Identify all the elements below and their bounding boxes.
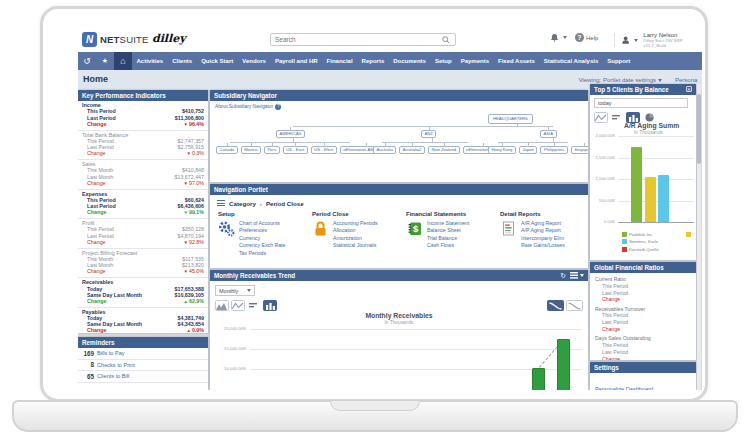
portlet-link[interactable]: Intercompany Elim bbox=[521, 235, 565, 242]
portlet-link[interactable]: A/P Aging Report bbox=[521, 227, 565, 234]
kpi-change-value[interactable]: 97.0% bbox=[184, 180, 205, 187]
portlet-link[interactable]: Cash Flows bbox=[427, 242, 469, 249]
tree-node-subsidiary[interactable]: Japan bbox=[519, 146, 537, 154]
navigation-portlet-header[interactable]: Navigation Portlet bbox=[210, 184, 588, 195]
nav-menu-item[interactable]: Activities bbox=[137, 58, 164, 64]
portlet-link[interactable]: Allocation bbox=[333, 227, 378, 234]
search-input[interactable] bbox=[270, 33, 456, 46]
kpi-change-value[interactable]: 92.8% bbox=[184, 239, 205, 246]
reminder-label[interactable]: Bills to Pay bbox=[97, 350, 125, 356]
ratios-panel-header[interactable]: Global Financial Ratios bbox=[590, 262, 696, 273]
home-tab[interactable]: ⌂ bbox=[114, 52, 132, 70]
bar-chart-icon[interactable] bbox=[263, 300, 277, 311]
tree-node-root[interactable]: HEADQUARTERS bbox=[488, 114, 533, 124]
ratio-name[interactable]: Days Sales Outstanding bbox=[595, 335, 696, 342]
top5-panel-header[interactable]: Top 5 Clients By Balance ✕ bbox=[590, 84, 696, 95]
kpi-panel-header[interactable]: Key Performance Indicators bbox=[78, 90, 208, 101]
category-menu-icon[interactable] bbox=[217, 199, 225, 208]
portlet-link[interactable]: Amortization bbox=[333, 235, 378, 242]
portlet-link[interactable]: Chart of Accounts bbox=[239, 220, 285, 227]
reminder-row[interactable]: 169 Bills to Pay bbox=[78, 348, 208, 359]
portlet-link[interactable]: A/R Aging Report bbox=[521, 220, 565, 227]
nav-menu-item[interactable]: Fixed Assets bbox=[498, 58, 535, 64]
reminder-label[interactable]: Clients to Bill bbox=[97, 373, 129, 379]
nav-menu-item[interactable]: Vendors bbox=[242, 58, 266, 64]
settings-panel-header[interactable]: Settings bbox=[590, 362, 696, 373]
nav-menu-item[interactable]: Support bbox=[607, 58, 630, 64]
help-button[interactable]: ? Help bbox=[575, 33, 598, 42]
nav-menu-item[interactable]: Setup bbox=[435, 58, 452, 64]
breadcrumb-category[interactable]: Category bbox=[229, 200, 256, 207]
trend-lines-icon[interactable] bbox=[610, 112, 624, 123]
trend-curve-icon[interactable] bbox=[566, 300, 583, 311]
user-menu[interactable]: Larry Nelson Dilley Svcs DW SRP v15.2_Bu… bbox=[614, 33, 702, 47]
nav-menu-item[interactable]: Quick Start bbox=[201, 58, 233, 64]
tree-node-subsidiary[interactable]: Canada bbox=[216, 146, 238, 154]
personalize-dashboard-link[interactable]: Personalize Dashboard bbox=[595, 386, 653, 390]
portlet-link[interactable]: Balance Sheet bbox=[427, 227, 469, 234]
tree-node-subsidiary[interactable]: Hong Kong bbox=[488, 146, 516, 154]
vertical-scrollbar[interactable] bbox=[697, 84, 701, 390]
tree-node-subsidiary[interactable]: Peru bbox=[264, 146, 280, 154]
refresh-icon[interactable]: ↻ bbox=[560, 272, 566, 279]
reminders-panel-header[interactable]: Reminders bbox=[78, 337, 208, 348]
portlet-date-settings-dropdown[interactable]: Viewing: Portlet date settings bbox=[579, 77, 662, 83]
receivables-bar[interactable] bbox=[557, 339, 570, 390]
kpi-change-value[interactable]: 99.1% bbox=[184, 209, 205, 216]
portlet-link[interactable]: Accounting Periods bbox=[333, 220, 378, 227]
kpi-change-value[interactable]: 62.9% bbox=[184, 298, 205, 305]
tree-node-subsidiary[interactable]: New Zealand bbox=[428, 146, 460, 154]
tree-node-subsidiary[interactable]: Mexico bbox=[241, 146, 261, 154]
tree-node-subsidiary[interactable]: Australia2 bbox=[399, 146, 425, 154]
netsuite-logo[interactable]: N NETNETSUITESUITE bbox=[82, 32, 149, 47]
close-icon[interactable]: ✕ bbox=[686, 86, 692, 92]
aging-bar[interactable] bbox=[631, 147, 642, 222]
reminder-label[interactable]: Checks to Print bbox=[97, 362, 135, 368]
ratio-name[interactable]: Current Ratio bbox=[595, 276, 696, 283]
tree-node-region[interactable]: AMERICAS bbox=[276, 130, 305, 138]
tree-node-subsidiary[interactable]: Philippines bbox=[540, 146, 567, 154]
tree-node-subsidiary[interactable]: US - West bbox=[311, 146, 337, 154]
date-input[interactable] bbox=[594, 98, 688, 108]
kpi-change-value[interactable]: 96.4% bbox=[184, 121, 205, 128]
search-icon[interactable] bbox=[442, 36, 450, 44]
line-chart-icon[interactable] bbox=[231, 300, 245, 311]
tree-node-region[interactable]: ASIA bbox=[540, 130, 557, 138]
receivables-bar[interactable] bbox=[532, 368, 545, 390]
portlet-link[interactable]: Currency bbox=[239, 235, 285, 242]
portlet-link[interactable]: Preferences bbox=[239, 227, 285, 234]
scrollbar-thumb[interactable] bbox=[697, 94, 701, 164]
recent-history-button[interactable]: ↺ bbox=[78, 52, 96, 70]
portlet-link[interactable]: Statistical Journals bbox=[333, 242, 378, 249]
nav-menu-item[interactable]: Documents bbox=[393, 58, 426, 64]
portlet-link[interactable]: Tax Periods bbox=[239, 250, 285, 257]
trend-curve-selected-icon[interactable] bbox=[547, 300, 564, 311]
tree-node-subsidiary[interactable]: US - East bbox=[283, 146, 308, 154]
monthly-panel-header[interactable]: Monthly Receivables Trend ↻ bbox=[210, 270, 588, 281]
kpi-change-value[interactable]: 0.9% bbox=[186, 327, 204, 333]
portlet-link[interactable]: Rate Gains/Losses bbox=[521, 242, 565, 249]
area-chart-icon[interactable] bbox=[215, 300, 229, 311]
reminder-row[interactable]: 8 Checks to Print bbox=[78, 359, 208, 371]
ratio-name[interactable]: Receivables Turnover bbox=[595, 306, 696, 313]
line-chart-icon[interactable] bbox=[594, 112, 608, 123]
portlet-link[interactable]: Income Statement bbox=[427, 220, 469, 227]
nav-menu-item[interactable]: Payments bbox=[461, 58, 489, 64]
aging-bar[interactable] bbox=[645, 177, 656, 222]
portlet-link[interactable]: Trial Balance bbox=[427, 235, 469, 242]
nav-menu-item[interactable]: Statistical Analysis bbox=[544, 58, 598, 64]
personalize-link[interactable]: Persona bbox=[675, 77, 697, 83]
nav-menu-item[interactable]: Payroll and HR bbox=[275, 58, 318, 64]
kpi-change-value[interactable]: 0.3% bbox=[186, 150, 204, 157]
tree-node-region[interactable]: ANZ bbox=[421, 130, 436, 138]
trend-lines-icon[interactable] bbox=[247, 300, 261, 311]
subsidiary-panel-header[interactable]: Subsidiary Navigator bbox=[210, 90, 588, 101]
kpi-change-value[interactable]: 45.0% bbox=[184, 268, 205, 275]
about-subsidiary-link[interactable]: About Subsidiary Navigator? bbox=[215, 104, 281, 110]
period-select[interactable]: Monthly bbox=[215, 285, 255, 296]
nav-menu-item[interactable]: Clients bbox=[172, 58, 192, 64]
notifications-button[interactable] bbox=[550, 33, 567, 42]
portlet-link[interactable]: Currency Exch Rate bbox=[239, 242, 285, 249]
shortcuts-button[interactable]: ★ bbox=[96, 52, 114, 70]
tree-node-subsidiary[interactable]: Australia bbox=[373, 146, 396, 154]
